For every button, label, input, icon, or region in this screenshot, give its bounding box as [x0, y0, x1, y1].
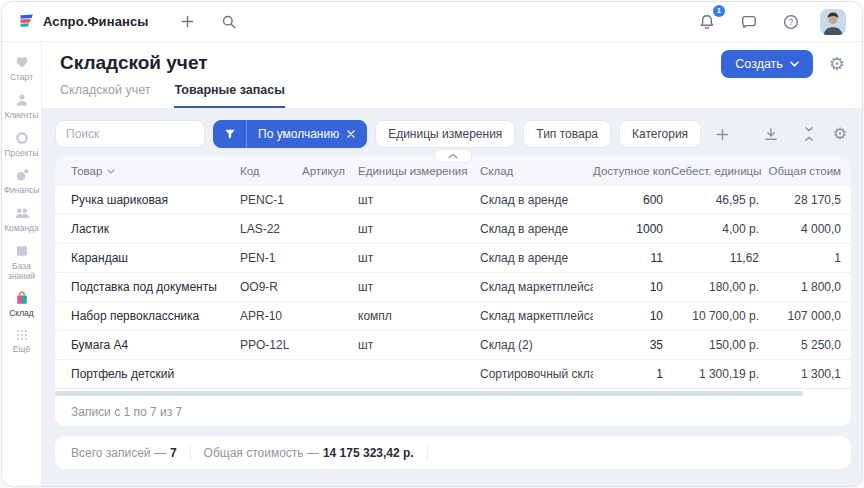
sidebar-item-clients[interactable]: Клиенты	[2, 92, 42, 121]
cell-unit: шт	[358, 193, 480, 207]
cell-total: 1	[767, 251, 841, 265]
help-button[interactable]: ?	[778, 9, 804, 35]
divider	[427, 444, 428, 461]
search-input[interactable]	[55, 120, 205, 148]
table-row[interactable]: Бумага А4 PPO-12L шт Склад (2) 35 150,00…	[55, 331, 851, 360]
table-row[interactable]: Ластик LAS-22 шт Склад в аренде 1000 4,0…	[55, 215, 851, 244]
chat-icon	[740, 13, 758, 31]
cell-total: 1 800,0	[767, 280, 841, 294]
add-filter-button[interactable]	[713, 125, 732, 144]
cell-unit-cost: 10 700,00 р.	[671, 309, 767, 323]
cell-warehouse: Склад в аренде	[480, 193, 593, 207]
tab-inventory[interactable]: Товарные запасы	[174, 83, 284, 108]
cell-qty: 10	[593, 280, 671, 294]
cell-product: Ручка шариковая	[55, 193, 240, 207]
global-search-button[interactable]	[217, 10, 241, 34]
filter-bar: По умолчанию Единицы измерения Тип товар…	[55, 120, 851, 148]
page-settings-icon[interactable]: ⚙	[829, 55, 845, 73]
sidebar-item-start[interactable]: Старт	[2, 54, 42, 83]
active-filter-chip[interactable]: По умолчанию	[213, 120, 367, 148]
divider	[190, 444, 191, 461]
cell-total: 1 300,1	[767, 367, 841, 381]
collapse-table-button[interactable]	[434, 149, 472, 163]
cell-qty: 1000	[593, 222, 671, 236]
scrollbar-thumb[interactable]	[55, 391, 803, 396]
topbar: Аспро.Финансы 1	[2, 2, 862, 42]
app-title: Аспро.Финансы	[43, 14, 148, 29]
cell-unit-cost: 1 300,19 р.	[671, 367, 767, 381]
filter-chip-product-type[interactable]: Тип товара	[523, 120, 611, 148]
cell-unit-cost: 11,62	[671, 251, 767, 265]
chevron-down-icon	[790, 61, 799, 67]
table-row[interactable]: Карандаш PEN-1 шт Склад в аренде 11 11,6…	[55, 244, 851, 273]
table-row[interactable]: Ручка шариковая PENC-1 шт Склад в аренде…	[55, 186, 851, 215]
column-header-article[interactable]: Артикул	[302, 165, 358, 177]
cell-qty: 35	[593, 338, 671, 352]
app-logo-icon	[18, 13, 35, 30]
cell-warehouse: Склад маркетплейса	[480, 309, 593, 323]
cell-code: OO9-R	[240, 280, 302, 294]
sidebar-item-more[interactable]: Ещё	[2, 328, 42, 355]
cell-warehouse: Склад в аренде	[480, 222, 593, 236]
cell-unit-cost: 46,95 р.	[671, 193, 767, 207]
sidebar-item-finance[interactable]: Финансы	[2, 167, 42, 196]
plus-icon	[715, 127, 730, 142]
chevron-up-icon	[448, 153, 458, 159]
cell-code: PEN-1	[240, 251, 302, 265]
column-header-total[interactable]: Общая стоим	[767, 165, 841, 177]
collapse-rows-button[interactable]	[800, 124, 818, 144]
export-button[interactable]	[761, 124, 781, 144]
cell-qty: 1	[593, 367, 671, 381]
cell-product: Ластик	[55, 222, 240, 236]
sort-chevron-icon	[107, 169, 115, 174]
filter-chip-units[interactable]: Единицы измерения	[375, 120, 515, 148]
sidebar-item-team[interactable]: Команда	[2, 205, 42, 234]
table-row[interactable]: Подставка под документы OO9-R шт Склад м…	[55, 273, 851, 302]
column-header-unit[interactable]: Единицы измерения	[358, 165, 480, 177]
sidebar-item-knowledge-base[interactable]: База знаний	[2, 243, 42, 282]
cell-code: LAS-22	[240, 222, 302, 236]
cell-unit-cost: 4,00 р.	[671, 222, 767, 236]
cell-warehouse: Склад в аренде	[480, 251, 593, 265]
bag-icon	[14, 290, 30, 306]
create-button[interactable]: Создать	[721, 50, 813, 78]
inventory-table-card: Товар Код Артикул Единицы измерения Скла…	[55, 156, 851, 426]
cell-total: 4 000,0	[767, 222, 841, 236]
column-header-unit-cost[interactable]: Себест. единицы	[671, 165, 767, 177]
notifications-button[interactable]: 1	[694, 9, 720, 35]
cell-warehouse: Сортировочный скла	[480, 367, 593, 381]
table-row[interactable]: Портфель детский Сортировочный скла 1 1 …	[55, 360, 851, 389]
column-header-code[interactable]: Код	[240, 165, 302, 177]
cell-unit-cost: 150,00 р.	[671, 338, 767, 352]
heart-icon	[14, 54, 30, 70]
cell-warehouse: Склад маркетплейса	[480, 280, 593, 294]
download-icon	[763, 126, 779, 142]
cell-unit: шт	[358, 251, 480, 265]
column-header-qty[interactable]: Доступное кол-во	[593, 165, 671, 177]
column-header-warehouse[interactable]: Склад	[480, 165, 593, 177]
question-icon: ?	[782, 13, 800, 31]
cell-total: 28 170,5	[767, 193, 841, 207]
sidebar-item-warehouse[interactable]: Склад	[2, 290, 42, 319]
cell-unit: шт	[358, 280, 480, 294]
filter-chip-category[interactable]: Категория	[619, 120, 701, 148]
table-settings-icon[interactable]: ⚙	[833, 126, 847, 142]
quick-add-button[interactable]	[176, 10, 199, 33]
tab-warehouse-accounting[interactable]: Складской учет	[60, 83, 150, 108]
cell-product: Набор первоклассника	[55, 309, 240, 323]
user-avatar[interactable]	[820, 9, 846, 35]
cell-total: 107 000,0	[767, 309, 841, 323]
cell-qty: 600	[593, 193, 671, 207]
close-icon[interactable]	[347, 130, 355, 138]
summary-bar: Всего записей —7 Общая стоимость —14 175…	[55, 436, 851, 469]
cell-product: Портфель детский	[55, 367, 240, 381]
column-header-product[interactable]: Товар	[55, 165, 240, 177]
table-row[interactable]: Набор первоклассника APR-10 компл Склад …	[55, 302, 851, 331]
main-area: Складской учет Создать ⚙ Складской учет …	[42, 42, 862, 486]
sidebar-item-projects[interactable]: Проекты	[2, 130, 42, 159]
plus-icon	[180, 14, 195, 29]
cell-product: Бумага А4	[55, 338, 240, 352]
cell-warehouse: Склад (2)	[480, 338, 593, 352]
messages-button[interactable]	[736, 9, 762, 35]
cell-product: Карандаш	[55, 251, 240, 265]
